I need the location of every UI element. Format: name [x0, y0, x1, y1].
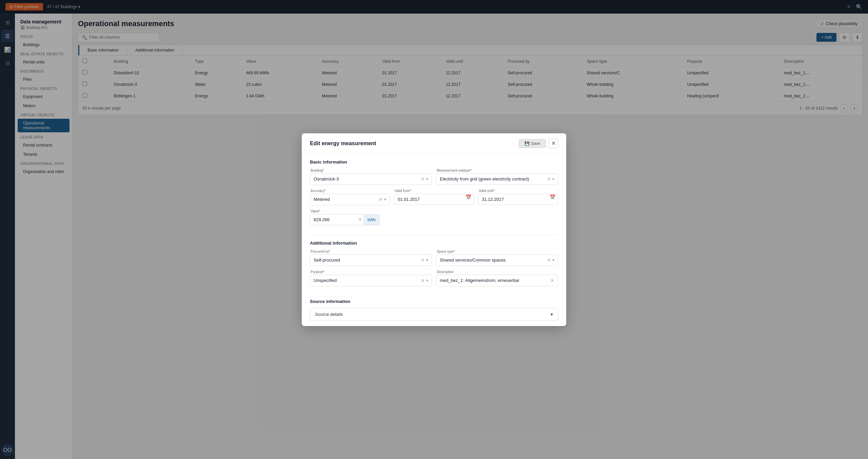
accuracy-chevron-icon[interactable]: ▾ [384, 197, 386, 202]
modal-header: Edit energy measurement 💾 Save ✕ [302, 133, 566, 154]
space-type-field-actions: ✕ ▾ [547, 257, 554, 263]
source-section-title: Source information [310, 299, 558, 304]
form-row-value: Value* ✕ kWh [310, 209, 558, 225]
purpose-clear-icon[interactable]: ✕ [421, 278, 425, 283]
accuracy-field-actions: ✕ ▾ [379, 197, 386, 202]
modal-basic-section: Basic information Building* Osnabrück-3 … [302, 154, 566, 235]
subtype-field-actions: ✕ ▾ [547, 176, 554, 182]
building-clear-icon[interactable]: ✕ [421, 176, 425, 182]
modal-overlay: Edit energy measurement 💾 Save ✕ Basic i… [0, 0, 868, 459]
building-chevron-icon[interactable]: ▾ [426, 177, 428, 181]
procured-by-dropdown[interactable]: Self-procured ✕ ▾ [310, 254, 432, 266]
space-type-dropdown[interactable]: Shared services/Common spaces ✕ ▾ [436, 254, 558, 266]
form-row-purpose-description: Purpose* Unspecified ✕ ▾ Description med… [310, 270, 558, 286]
procured-chevron-icon[interactable]: ▾ [426, 258, 428, 263]
building-field-actions: ✕ ▾ [421, 176, 428, 182]
field-value-container: Value* ✕ kWh [310, 209, 396, 225]
edit-modal: Edit energy measurement 💾 Save ✕ Basic i… [302, 133, 566, 326]
value-field-row: ✕ kWh [310, 214, 396, 225]
save-button[interactable]: 💾 Save [519, 139, 546, 148]
purpose-dropdown[interactable]: Unspecified ✕ ▾ [310, 275, 432, 286]
purpose-chevron-icon[interactable]: ▾ [426, 278, 428, 283]
additional-section-title: Additional information [310, 241, 558, 246]
subtype-chevron-icon[interactable]: ▾ [552, 177, 554, 181]
space-type-chevron-icon[interactable]: ▾ [552, 258, 554, 263]
close-button[interactable]: ✕ [549, 139, 558, 148]
valid-until-input[interactable]: 31.12.2017 📅 [478, 194, 558, 205]
source-details-toggle[interactable]: Source details ▾ [310, 308, 558, 321]
accuracy-clear-icon[interactable]: ✕ [379, 197, 383, 202]
accuracy-dropdown[interactable]: Metered ✕ ▾ [310, 194, 390, 205]
modal-source-section: Source information Source details ▾ [302, 296, 566, 326]
value-input-wrap: ✕ [310, 214, 364, 225]
form-row-accuracy-dates: Accuracy* Metered ✕ ▾ Valid from* 01.01.… [310, 189, 558, 205]
building-dropdown[interactable]: Osnabrück-3 ✕ ▾ [310, 173, 432, 185]
basic-section-title: Basic information [310, 159, 558, 165]
subtype-clear-icon[interactable]: ✕ [547, 176, 551, 182]
valid-from-input[interactable]: 01.01.2017 📅 [394, 194, 474, 205]
modal-title: Edit energy measurement [310, 140, 376, 147]
modal-header-actions: 💾 Save ✕ [519, 139, 558, 148]
modal-additional-section: Additional information Procured by* Self… [302, 235, 566, 296]
procured-clear-icon[interactable]: ✕ [421, 257, 425, 263]
field-measurement-subtype: Measurement subtype* Electricity from gr… [436, 169, 558, 185]
unit-badge: kWh [364, 214, 379, 225]
field-procured-by: Procured by* Self-procured ✕ ▾ [310, 250, 432, 266]
form-row-procured-space: Procured by* Self-procured ✕ ▾ Space typ… [310, 250, 558, 266]
description-input[interactable]: med_bez_1: Allgemeinstrom, erneuerbar ✕ [436, 275, 558, 286]
field-description: Description med_bez_1: Allgemeinstrom, e… [436, 270, 558, 286]
source-chevron-icon: ▾ [551, 312, 553, 317]
description-clear-icon[interactable]: ✕ [550, 278, 554, 283]
form-row-building-subtype: Building* Osnabrück-3 ✕ ▾ Measurement su… [310, 169, 558, 185]
purpose-field-actions: ✕ ▾ [421, 278, 428, 283]
save-icon: 💾 [525, 141, 530, 146]
procured-field-actions: ✕ ▾ [421, 257, 428, 263]
measurement-subtype-dropdown[interactable]: Electricity from grid (green electricity… [436, 173, 558, 185]
value-input[interactable] [310, 214, 364, 225]
space-type-clear-icon[interactable]: ✕ [547, 257, 551, 263]
field-building: Building* Osnabrück-3 ✕ ▾ [310, 169, 432, 185]
field-accuracy: Accuracy* Metered ✕ ▾ [310, 189, 390, 205]
field-valid-from: Valid from* 01.01.2017 📅 [394, 189, 474, 205]
field-purpose: Purpose* Unspecified ✕ ▾ [310, 270, 432, 286]
field-space-type: Space type* Shared services/Common space… [436, 250, 558, 266]
calendar-icon[interactable]: 📅 [466, 194, 471, 200]
value-clear-icon[interactable]: ✕ [358, 217, 362, 222]
field-valid-until: Valid until* 31.12.2017 📅 [478, 189, 558, 205]
calendar-until-icon[interactable]: 📅 [550, 194, 555, 200]
